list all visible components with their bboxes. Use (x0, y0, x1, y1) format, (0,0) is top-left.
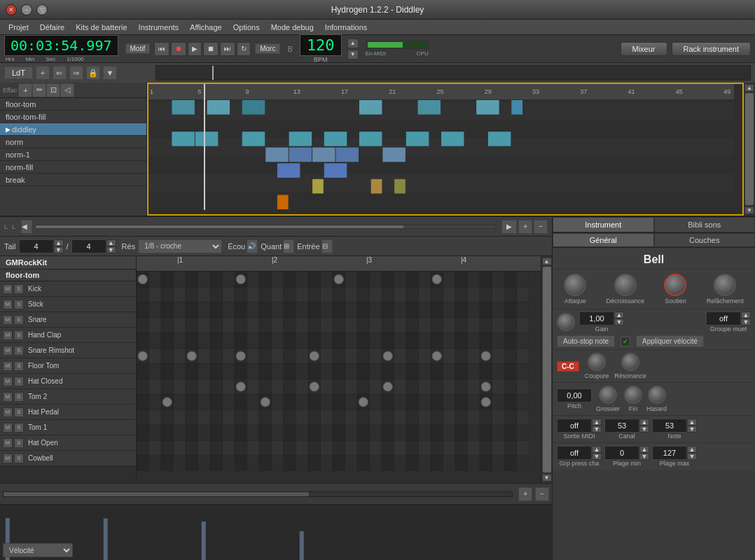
loop-btn[interactable]: ↻ (237, 42, 251, 56)
next-btn[interactable]: ⏭ (220, 42, 235, 56)
pe-track-floor-tom[interactable]: floor-tom (0, 98, 146, 111)
inst-snare-rimshot[interactable]: M S Snare Rimshot (0, 343, 136, 358)
pe-track-norm-fill[interactable]: norm-fill (0, 161, 146, 174)
gain-up[interactable]: ▲ (614, 312, 624, 318)
handclap-s-btn[interactable]: S (14, 330, 24, 340)
hasard-knob[interactable] (648, 386, 666, 404)
menu-mode-debug[interactable]: Mode debug (265, 22, 319, 33)
eraser-btn[interactable]: ◁ (60, 83, 74, 97)
select-btn[interactable]: ⊡ (46, 83, 60, 97)
inst-stick[interactable]: M S Stick (0, 297, 136, 312)
bpm-down[interactable]: ▼ (347, 50, 359, 59)
plage-min-up[interactable]: ▲ (639, 446, 649, 453)
snare-m-btn[interactable]: M (3, 315, 13, 325)
cowbell-m-btn[interactable]: M (3, 454, 13, 463)
canal-up[interactable]: ▲ (639, 419, 649, 426)
relachement-knob[interactable] (714, 274, 736, 296)
hatclosed-s-btn[interactable]: S (14, 377, 24, 386)
tail-up[interactable]: ▲ (54, 239, 64, 246)
menu-affichage[interactable]: Affichage (184, 22, 228, 33)
record-btn[interactable]: ⏺ (171, 42, 186, 56)
coupure-knob[interactable] (588, 353, 606, 371)
inst-hat-pedal[interactable]: M S Hat Pedal (0, 405, 136, 420)
inst-handclap[interactable]: M S Hand Clap (0, 328, 136, 343)
inst-kick[interactable]: M S Kick (0, 281, 136, 297)
inst-floor-tom[interactable]: M S Floor Tom (0, 358, 136, 374)
tail-down[interactable]: ▼ (54, 246, 64, 253)
floortom-s-btn[interactable]: S (14, 361, 24, 371)
note-up[interactable]: ▲ (687, 419, 697, 426)
hatpedal-s-btn[interactable]: S (14, 407, 24, 417)
menu-projet[interactable]: Projet (3, 22, 34, 33)
play-btn[interactable]: ▶ (188, 42, 202, 56)
tab-instrument[interactable]: Instrument (553, 217, 654, 232)
de-add[interactable]: + (518, 220, 532, 234)
pe-track-diddley[interactable]: ▶ diddley (0, 123, 146, 136)
grossier-knob[interactable] (599, 386, 617, 404)
minimize-button[interactable]: − (21, 4, 32, 15)
grp-press-up[interactable]: ▲ (592, 446, 602, 453)
menu-kits[interactable]: Kits de batterie (70, 22, 132, 33)
tom2-m-btn[interactable]: M (3, 392, 13, 402)
maximize-button[interactable]: ▽ (36, 4, 48, 15)
hatopen-m-btn[interactable]: M (3, 438, 13, 448)
plage-max-down[interactable]: ▼ (687, 453, 697, 460)
inst-tom1[interactable]: M S Tom 1 (0, 420, 136, 435)
rack-button[interactable]: Rack instrument (672, 42, 751, 56)
pe-scroll-down[interactable]: ▼ (744, 206, 754, 214)
kick-m-btn[interactable]: M (3, 284, 13, 294)
pe-track-norm[interactable]: norm (0, 136, 146, 148)
prev-btn[interactable]: ⏮ (154, 42, 169, 56)
bpm-up[interactable]: ▲ (347, 38, 359, 48)
stick-s-btn[interactable]: S (14, 300, 24, 309)
plage-min-down[interactable]: ▼ (639, 453, 649, 460)
de-zoom-in[interactable]: ▶ (501, 220, 517, 234)
gm-down[interactable]: ▼ (741, 318, 751, 326)
tom1-s-btn[interactable]: S (14, 423, 24, 433)
close-button[interactable]: ✕ (6, 4, 17, 15)
de-minus[interactable]: − (534, 220, 548, 234)
inst-cowbell[interactable]: M S Cowbell (0, 451, 136, 466)
entree-btn[interactable]: ⊟ (321, 239, 333, 253)
res-select[interactable]: 1/8 - croche (138, 239, 222, 253)
tail2-up[interactable]: ▲ (106, 239, 116, 246)
hatopen-s-btn[interactable]: S (14, 438, 24, 448)
pe-scroll-up[interactable]: ▲ (744, 84, 754, 92)
inst-tom2[interactable]: M S Tom 2 (0, 389, 136, 405)
tom1-m-btn[interactable]: M (3, 423, 13, 433)
mixer-button[interactable]: Mixeur (621, 42, 667, 56)
snarerimshot-m-btn[interactable]: M (3, 346, 13, 356)
plage-max-up[interactable]: ▲ (687, 446, 697, 453)
gm-up[interactable]: ▲ (741, 312, 751, 318)
subtab-couches[interactable]: Couches (654, 233, 756, 247)
floortom-m-btn[interactable]: M (3, 361, 13, 371)
menu-defaire[interactable]: Défaire (34, 22, 70, 33)
prev-pattern-btn[interactable]: ⇐ (53, 66, 67, 80)
ecou-btn[interactable]: 🔊 (247, 239, 258, 253)
menu-instruments[interactable]: Instruments (133, 22, 184, 33)
pe-track-break[interactable]: break (0, 174, 146, 186)
note-down[interactable]: ▼ (687, 426, 697, 433)
de-footer-add[interactable]: + (518, 487, 532, 501)
grp-press-down[interactable]: ▼ (592, 453, 602, 460)
velocity-select[interactable]: Vélocité (3, 543, 73, 557)
hatpedal-m-btn[interactable]: M (3, 407, 13, 417)
clear-btn[interactable]: + (18, 83, 32, 97)
tail2-down[interactable]: ▼ (106, 246, 116, 253)
snare-s-btn[interactable]: S (14, 315, 24, 325)
tab-bibli[interactable]: Bibli sons (654, 217, 756, 232)
menu-informations[interactable]: Informations (319, 22, 373, 33)
sortie-midi-down[interactable]: ▼ (592, 426, 602, 433)
gain-knob[interactable] (557, 313, 575, 331)
de-scroll-down[interactable]: ▼ (542, 474, 552, 482)
kick-s-btn[interactable]: S (14, 284, 24, 294)
snarerimshot-s-btn[interactable]: S (14, 346, 24, 356)
add-pattern-btn[interactable]: + (36, 66, 50, 80)
pe-track-norm-1[interactable]: norm-1 (0, 148, 146, 161)
attaque-knob[interactable] (564, 274, 586, 296)
lock-pattern-btn[interactable]: 🔒 (86, 66, 100, 80)
more-pattern-btn[interactable]: ▼ (103, 66, 117, 80)
subtab-general[interactable]: Général (553, 233, 654, 247)
draw-btn[interactable]: ✏ (32, 83, 46, 97)
inst-hat-closed[interactable]: M S Hat Closed (0, 374, 136, 389)
